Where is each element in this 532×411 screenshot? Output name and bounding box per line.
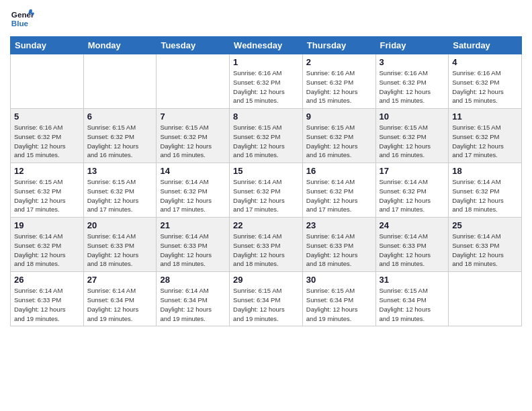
calendar-cell: 28Sunrise: 6:14 AM Sunset: 6:34 PM Dayli… — [157, 272, 230, 326]
day-info: Sunrise: 6:14 AM Sunset: 6:32 PM Dayligh… — [14, 232, 80, 269]
calendar-cell — [11, 54, 84, 109]
calendar-cell: 24Sunrise: 6:14 AM Sunset: 6:33 PM Dayli… — [375, 218, 449, 272]
day-number: 26 — [14, 275, 80, 285]
day-info: Sunrise: 6:16 AM Sunset: 6:32 PM Dayligh… — [380, 68, 445, 105]
calendar-cell: 22Sunrise: 6:14 AM Sunset: 6:33 PM Dayli… — [230, 218, 303, 272]
weekday-header-wednesday: Wednesday — [230, 37, 303, 54]
calendar-cell: 26Sunrise: 6:14 AM Sunset: 6:33 PM Dayli… — [11, 272, 84, 326]
calendar-cell: 18Sunrise: 6:14 AM Sunset: 6:32 PM Dayli… — [449, 163, 522, 218]
calendar-cell: 8Sunrise: 6:15 AM Sunset: 6:32 PM Daylig… — [230, 109, 303, 163]
calendar-cell: 6Sunrise: 6:15 AM Sunset: 6:32 PM Daylig… — [83, 109, 157, 163]
calendar-week-row: 26Sunrise: 6:14 AM Sunset: 6:33 PM Dayli… — [11, 272, 522, 326]
day-info: Sunrise: 6:14 AM Sunset: 6:33 PM Dayligh… — [452, 232, 518, 269]
calendar-cell: 11Sunrise: 6:15 AM Sunset: 6:32 PM Dayli… — [449, 109, 522, 163]
day-number: 19 — [14, 220, 80, 230]
calendar-cell: 5Sunrise: 6:16 AM Sunset: 6:32 PM Daylig… — [11, 109, 84, 163]
day-info: Sunrise: 6:16 AM Sunset: 6:32 PM Dayligh… — [14, 123, 80, 160]
calendar-cell: 3Sunrise: 6:16 AM Sunset: 6:32 PM Daylig… — [375, 54, 449, 109]
day-number: 1 — [233, 57, 299, 67]
day-number: 16 — [306, 166, 372, 176]
day-number: 8 — [233, 111, 299, 122]
calendar-week-row: 5Sunrise: 6:16 AM Sunset: 6:32 PM Daylig… — [11, 109, 522, 163]
day-info: Sunrise: 6:14 AM Sunset: 6:34 PM Dayligh… — [87, 286, 153, 323]
calendar-cell: 23Sunrise: 6:14 AM Sunset: 6:33 PM Dayli… — [302, 218, 375, 272]
day-number: 31 — [380, 275, 445, 285]
day-info: Sunrise: 6:15 AM Sunset: 6:32 PM Dayligh… — [87, 123, 153, 160]
calendar-cell: 16Sunrise: 6:14 AM Sunset: 6:32 PM Dayli… — [302, 163, 375, 218]
calendar-cell: 12Sunrise: 6:15 AM Sunset: 6:32 PM Dayli… — [11, 163, 84, 218]
calendar-cell: 27Sunrise: 6:14 AM Sunset: 6:34 PM Dayli… — [83, 272, 157, 326]
weekday-header-saturday: Saturday — [449, 37, 522, 54]
logo: General Blue — [10, 7, 34, 31]
calendar-cell: 21Sunrise: 6:14 AM Sunset: 6:33 PM Dayli… — [157, 218, 230, 272]
day-info: Sunrise: 6:14 AM Sunset: 6:33 PM Dayligh… — [14, 286, 80, 323]
day-info: Sunrise: 6:14 AM Sunset: 6:32 PM Dayligh… — [452, 177, 518, 214]
weekday-header-sunday: Sunday — [11, 37, 84, 54]
logo-icon: General Blue — [10, 7, 34, 31]
weekday-header-monday: Monday — [83, 37, 157, 54]
calendar-cell: 9Sunrise: 6:15 AM Sunset: 6:32 PM Daylig… — [302, 109, 375, 163]
page: General Blue SundayMondayTuesdayWednesda… — [0, 0, 532, 333]
day-number: 10 — [380, 111, 445, 122]
day-info: Sunrise: 6:14 AM Sunset: 6:33 PM Dayligh… — [380, 232, 445, 269]
calendar-table: SundayMondayTuesdayWednesdayThursdayFrid… — [10, 36, 522, 326]
calendar-cell — [157, 54, 230, 109]
day-number: 15 — [233, 166, 299, 176]
day-info: Sunrise: 6:15 AM Sunset: 6:34 PM Dayligh… — [306, 286, 372, 323]
day-info: Sunrise: 6:15 AM Sunset: 6:32 PM Dayligh… — [160, 123, 226, 160]
day-info: Sunrise: 6:16 AM Sunset: 6:32 PM Dayligh… — [452, 68, 518, 105]
day-info: Sunrise: 6:15 AM Sunset: 6:32 PM Dayligh… — [233, 123, 299, 160]
calendar-cell: 10Sunrise: 6:15 AM Sunset: 6:32 PM Dayli… — [375, 109, 449, 163]
day-number: 14 — [160, 166, 226, 176]
day-info: Sunrise: 6:15 AM Sunset: 6:34 PM Dayligh… — [233, 286, 299, 323]
calendar-cell: 4Sunrise: 6:16 AM Sunset: 6:32 PM Daylig… — [449, 54, 522, 109]
day-number: 18 — [452, 166, 518, 176]
day-info: Sunrise: 6:14 AM Sunset: 6:33 PM Dayligh… — [160, 232, 226, 269]
day-number: 2 — [306, 57, 372, 67]
day-number: 5 — [14, 111, 80, 122]
calendar-cell: 30Sunrise: 6:15 AM Sunset: 6:34 PM Dayli… — [302, 272, 375, 326]
calendar-cell: 31Sunrise: 6:15 AM Sunset: 6:34 PM Dayli… — [375, 272, 449, 326]
day-number: 20 — [87, 220, 153, 230]
day-info: Sunrise: 6:15 AM Sunset: 6:32 PM Dayligh… — [87, 177, 153, 214]
day-number: 30 — [306, 275, 372, 285]
day-info: Sunrise: 6:14 AM Sunset: 6:32 PM Dayligh… — [380, 177, 445, 214]
calendar-cell: 15Sunrise: 6:14 AM Sunset: 6:32 PM Dayli… — [230, 163, 303, 218]
calendar-cell: 29Sunrise: 6:15 AM Sunset: 6:34 PM Dayli… — [230, 272, 303, 326]
weekday-header-thursday: Thursday — [302, 37, 375, 54]
day-number: 25 — [452, 220, 518, 230]
day-info: Sunrise: 6:14 AM Sunset: 6:32 PM Dayligh… — [160, 177, 226, 214]
day-info: Sunrise: 6:15 AM Sunset: 6:34 PM Dayligh… — [380, 286, 445, 323]
day-info: Sunrise: 6:14 AM Sunset: 6:34 PM Dayligh… — [160, 286, 226, 323]
calendar-cell: 2Sunrise: 6:16 AM Sunset: 6:32 PM Daylig… — [302, 54, 375, 109]
day-number: 29 — [233, 275, 299, 285]
calendar-cell: 25Sunrise: 6:14 AM Sunset: 6:33 PM Dayli… — [449, 218, 522, 272]
day-number: 28 — [160, 275, 226, 285]
weekday-header-tuesday: Tuesday — [157, 37, 230, 54]
day-info: Sunrise: 6:16 AM Sunset: 6:32 PM Dayligh… — [233, 68, 299, 105]
day-info: Sunrise: 6:15 AM Sunset: 6:32 PM Dayligh… — [452, 123, 518, 160]
calendar-week-row: 19Sunrise: 6:14 AM Sunset: 6:32 PM Dayli… — [11, 218, 522, 272]
calendar-cell: 1Sunrise: 6:16 AM Sunset: 6:32 PM Daylig… — [230, 54, 303, 109]
day-info: Sunrise: 6:15 AM Sunset: 6:32 PM Dayligh… — [306, 123, 372, 160]
calendar-cell: 20Sunrise: 6:14 AM Sunset: 6:33 PM Dayli… — [83, 218, 157, 272]
day-info: Sunrise: 6:14 AM Sunset: 6:32 PM Dayligh… — [233, 177, 299, 214]
day-number: 22 — [233, 220, 299, 230]
day-number: 11 — [452, 111, 518, 122]
calendar-cell: 19Sunrise: 6:14 AM Sunset: 6:32 PM Dayli… — [11, 218, 84, 272]
day-number: 3 — [380, 57, 445, 67]
day-info: Sunrise: 6:14 AM Sunset: 6:33 PM Dayligh… — [87, 232, 153, 269]
header: General Blue — [10, 7, 522, 31]
day-number: 7 — [160, 111, 226, 122]
day-number: 6 — [87, 111, 153, 122]
calendar-cell: 17Sunrise: 6:14 AM Sunset: 6:32 PM Dayli… — [375, 163, 449, 218]
day-number: 9 — [306, 111, 372, 122]
day-info: Sunrise: 6:16 AM Sunset: 6:32 PM Dayligh… — [306, 68, 372, 105]
day-number: 17 — [380, 166, 445, 176]
day-number: 27 — [87, 275, 153, 285]
day-number: 23 — [306, 220, 372, 230]
day-info: Sunrise: 6:14 AM Sunset: 6:32 PM Dayligh… — [306, 177, 372, 214]
calendar-cell — [83, 54, 157, 109]
day-info: Sunrise: 6:15 AM Sunset: 6:32 PM Dayligh… — [14, 177, 80, 214]
day-number: 13 — [87, 166, 153, 176]
